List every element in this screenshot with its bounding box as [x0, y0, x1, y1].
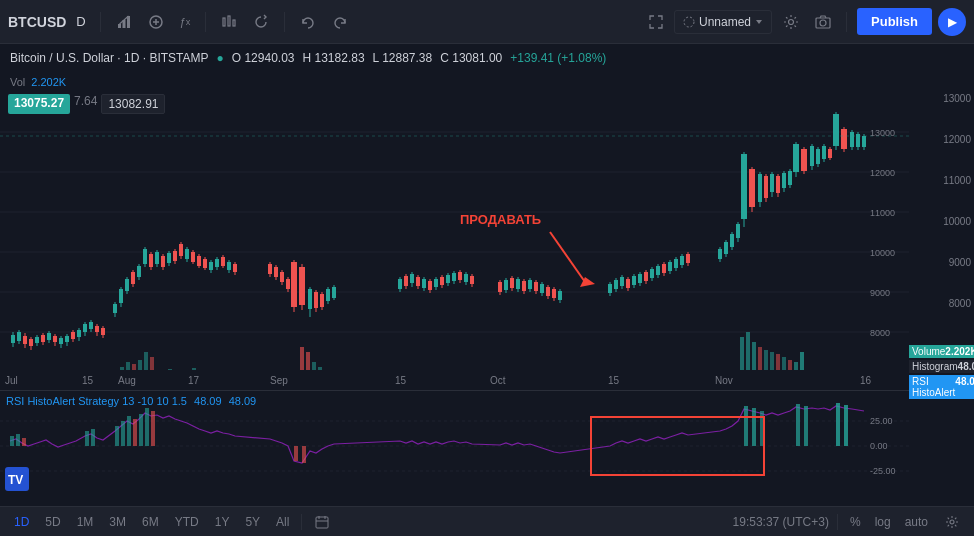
svg-rect-104 [131, 272, 135, 284]
svg-rect-138 [233, 264, 237, 272]
open-value: O 12940.03 [232, 51, 295, 65]
svg-rect-312 [796, 404, 800, 446]
svg-rect-295 [10, 436, 14, 446]
svg-line-290 [550, 232, 585, 282]
volume-legend-box: Volume 2.202K [909, 345, 974, 358]
svg-rect-260 [788, 171, 792, 185]
svg-rect-302 [127, 416, 131, 446]
bottom-sep2 [837, 514, 838, 530]
camera-button[interactable] [810, 10, 836, 34]
sep4 [846, 12, 847, 32]
rsi-legend-val: 48.09 [955, 376, 974, 398]
publish-button[interactable]: Publish [857, 8, 932, 35]
unnamed-button[interactable]: Unnamed [674, 10, 772, 34]
xlabel-nov: Nov [715, 375, 733, 386]
svg-text:9000: 9000 [870, 288, 890, 298]
toolbar: BTCUSD D ƒx Unnamed Publ [0, 0, 974, 44]
xlabel-sep: Sep [270, 375, 288, 386]
tf-1d-button[interactable]: 1D [10, 513, 33, 531]
price-level-13000: 13000 [909, 92, 974, 105]
svg-rect-192 [510, 278, 514, 288]
percent-button[interactable]: % [846, 513, 865, 531]
bitstamp-dot: ● [217, 51, 224, 65]
svg-rect-100 [119, 289, 123, 303]
svg-rect-7 [228, 16, 230, 26]
tf-all-button[interactable]: All [272, 513, 293, 531]
bottom-datetime: 19:53:37 (UTC+3) [733, 515, 829, 529]
svg-rect-144 [280, 272, 284, 282]
tf-5y-button[interactable]: 5Y [241, 513, 264, 531]
rsi-chart-svg: 25.00 0.00 -25.00 [0, 391, 909, 501]
interval-label: D [76, 14, 85, 29]
svg-rect-182 [458, 272, 462, 280]
play-button[interactable]: ▶ [938, 8, 966, 36]
bottom-settings-button[interactable] [940, 511, 964, 533]
svg-rect-132 [215, 259, 219, 267]
svg-rect-176 [440, 277, 444, 285]
svg-rect-128 [203, 259, 207, 268]
xlabel-16: 16 [860, 375, 871, 386]
fx-button[interactable]: ƒx [175, 12, 196, 32]
bottom-sep1 [301, 514, 302, 530]
svg-rect-80 [53, 336, 57, 342]
auto-button[interactable]: auto [901, 513, 932, 531]
add-indicator-button[interactable] [143, 10, 169, 34]
replay-button[interactable] [248, 10, 274, 34]
svg-rect-254 [770, 174, 774, 192]
low-value: L 12887.38 [373, 51, 433, 65]
settings-button[interactable] [778, 10, 804, 34]
svg-rect-70 [23, 336, 27, 344]
symbol-label: BTCUSD [8, 14, 66, 30]
svg-rect-134 [221, 257, 225, 266]
svg-rect-150 [299, 267, 305, 305]
svg-rect-146 [286, 279, 290, 289]
tf-6m-button[interactable]: 6M [138, 513, 163, 531]
vol-value: 2.202K [31, 76, 66, 88]
xlabel-aug: Aug [118, 375, 136, 386]
xlabel-17: 17 [188, 375, 199, 386]
undo-button[interactable] [295, 10, 321, 34]
tf-3m-button[interactable]: 3M [105, 513, 130, 531]
svg-text:11000: 11000 [870, 208, 895, 218]
rsi-panel: RSI HistoAlert Strategy 13 -10 10 1.5 48… [0, 390, 909, 500]
close-value: C 13081.00 [440, 51, 502, 65]
svg-point-10 [684, 17, 694, 27]
log-button[interactable]: log [871, 513, 895, 531]
tf-1m-button[interactable]: 1M [73, 513, 98, 531]
svg-rect-214 [620, 277, 624, 286]
date-range-button[interactable] [310, 511, 334, 533]
close-price: 13081.00 [452, 51, 502, 65]
redo-button[interactable] [327, 10, 353, 34]
high-label: H [303, 51, 312, 65]
chart-type-button[interactable] [216, 10, 242, 34]
svg-rect-88 [77, 330, 81, 337]
xlabel-15a: 15 [82, 375, 93, 386]
svg-rect-308 [302, 446, 306, 463]
svg-text:8000: 8000 [870, 328, 890, 338]
svg-rect-142 [274, 267, 278, 277]
svg-rect-0 [118, 24, 121, 28]
tf-5d-button[interactable]: 5D [41, 513, 64, 531]
bottom-bar: 1D 5D 1M 3M 6M YTD 1Y 5Y All 19:53:37 (U… [0, 506, 974, 536]
fullscreen-button[interactable] [644, 11, 668, 33]
svg-rect-296 [16, 434, 20, 446]
svg-rect-264 [801, 149, 807, 171]
tf-ytd-button[interactable]: YTD [171, 513, 203, 531]
svg-rect-96 [101, 328, 105, 335]
svg-rect-180 [452, 273, 456, 281]
price-level-9000: 9000 [909, 256, 974, 269]
svg-rect-246 [741, 154, 747, 219]
svg-text:-25.00: -25.00 [870, 466, 896, 476]
svg-text:25.00: 25.00 [870, 416, 893, 426]
open-label: O [232, 51, 241, 65]
xlabel-jul: Jul [5, 375, 18, 386]
price-change: +139.41 (+1.08%) [510, 51, 606, 65]
svg-rect-188 [498, 282, 502, 292]
tf-1y-button[interactable]: 1Y [211, 513, 234, 531]
svg-rect-270 [822, 146, 826, 159]
rsi-highlight-rect [590, 416, 765, 476]
svg-rect-162 [398, 279, 402, 289]
indicators-button[interactable] [111, 10, 137, 34]
chart-title: Bitcoin / U.S. Dollar · 1D · BITSTAMP [10, 51, 209, 65]
svg-rect-282 [862, 136, 866, 147]
